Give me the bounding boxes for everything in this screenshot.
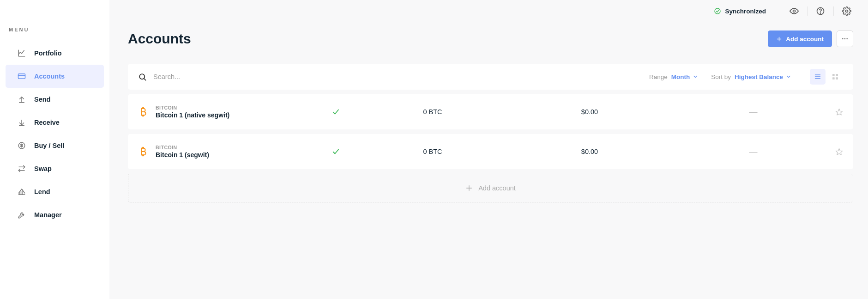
sidebar-item-label: Receive [34,119,60,126]
account-trend: — [682,107,825,117]
svg-marker-29 [836,148,842,154]
sync-status: Synchronized [714,7,774,15]
portfolio-icon [18,49,26,57]
svg-point-17 [844,38,845,39]
grid-icon [832,73,839,80]
sidebar-item-manager[interactable]: Manager [6,203,104,226]
accounts-icon [18,72,26,80]
plus-icon [465,184,473,192]
check-circle-icon [714,7,721,15]
sync-label: Synchronized [725,8,766,15]
account-meta: BITCOIN Bitcoin 1 (segwit) [156,145,303,159]
svg-rect-25 [836,74,838,76]
main: Synchronized Accounts Add account [109,0,868,299]
divider [781,6,781,16]
search-input[interactable] [153,73,338,80]
buy-sell-icon [18,141,26,150]
account-meta: BITCOIN Bitcoin 1 (native segwit) [156,105,303,119]
search-icon [138,73,147,81]
add-account-button[interactable]: Add account [768,31,832,47]
coin-kind: BITCOIN [156,105,303,110]
coin-kind: BITCOIN [156,145,303,150]
search-wrap [138,73,649,81]
svg-rect-24 [832,74,835,76]
star-icon [835,108,843,116]
add-account-row[interactable]: Add account [128,174,853,202]
add-account-label: Add account [786,36,824,43]
content: Range Month Sort by Highest Balance [109,47,868,202]
sync-check-icon [303,147,368,156]
account-balance: 0 BTC [368,108,497,116]
sidebar-item-swap[interactable]: Swap [6,157,104,180]
help-icon[interactable] [814,6,827,16]
sort-value: Highest Balance [735,73,783,80]
svg-point-9 [715,8,720,14]
range-label: Range [649,73,668,80]
chevron-down-icon [786,74,791,79]
grid-view-button[interactable] [827,69,843,85]
visibility-icon[interactable] [788,6,801,16]
svg-line-20 [144,78,146,80]
svg-marker-28 [836,109,842,115]
svg-point-10 [793,10,796,12]
sync-check-icon [303,108,368,116]
svg-rect-27 [836,77,838,79]
manager-icon [18,211,26,219]
sort-label: Sort by [711,73,731,80]
svg-rect-26 [832,77,835,79]
svg-rect-0 [18,74,25,79]
account-trend: — [682,147,825,157]
account-value: $0.00 [497,108,682,116]
account-name: Bitcoin 1 (segwit) [156,151,303,159]
bitcoin-icon [138,107,156,117]
list-view-button[interactable] [810,69,826,85]
view-toggle [810,69,843,85]
sidebar-item-accounts[interactable]: Accounts [6,65,104,88]
chevron-down-icon [693,74,698,79]
svg-point-13 [846,10,848,12]
sidebar-item-label: Lend [34,188,50,195]
header-actions: Add account [768,31,853,47]
svg-point-12 [820,13,820,13]
topbar: Synchronized [109,0,868,22]
account-name: Bitcoin 1 (native segwit) [156,111,303,119]
header-row: Accounts Add account [109,22,868,47]
range-value: Month [671,73,690,80]
receive-icon [18,118,26,127]
filter-row: Range Month Sort by Highest Balance [128,64,853,90]
lend-icon [18,188,26,196]
sidebar-item-receive[interactable]: Receive [6,111,104,134]
divider [833,6,834,16]
sidebar-item-label: Accounts [34,73,65,80]
sidebar-item-send[interactable]: Send [6,88,104,111]
sidebar-item-label: Send [34,96,50,103]
sidebar-item-portfolio[interactable]: Portfolio [6,42,104,65]
sidebar-item-label: Manager [34,211,62,219]
sidebar-item-label: Buy / Sell [34,142,64,149]
more-icon [841,35,849,43]
account-row[interactable]: BITCOIN Bitcoin 1 (segwit) 0 BTC $0.00 — [128,134,853,169]
svg-point-18 [846,38,847,39]
sidebar-item-label: Portfolio [34,49,62,57]
sidebar: MENU Portfolio Accounts Send Receive Buy… [0,0,109,299]
star-button[interactable] [825,148,843,156]
plus-icon [776,36,782,42]
bitcoin-icon [138,146,156,157]
list-icon [814,73,821,80]
sidebar-item-buy-sell[interactable]: Buy / Sell [6,134,104,157]
settings-icon[interactable] [840,6,853,16]
star-button[interactable] [825,108,843,116]
account-balance: 0 BTC [368,148,497,155]
send-icon [18,95,26,104]
sidebar-header: MENU [0,27,109,42]
sort-selector[interactable]: Highest Balance [735,73,791,80]
svg-point-16 [842,38,843,39]
account-value: $0.00 [497,148,682,155]
range-selector[interactable]: Month [671,73,698,80]
sidebar-item-lend[interactable]: Lend [6,180,104,203]
sidebar-item-label: Swap [34,165,52,172]
account-row[interactable]: BITCOIN Bitcoin 1 (native segwit) 0 BTC … [128,94,853,129]
swap-icon [18,165,26,173]
star-icon [835,148,843,156]
more-options-button[interactable] [837,31,853,47]
